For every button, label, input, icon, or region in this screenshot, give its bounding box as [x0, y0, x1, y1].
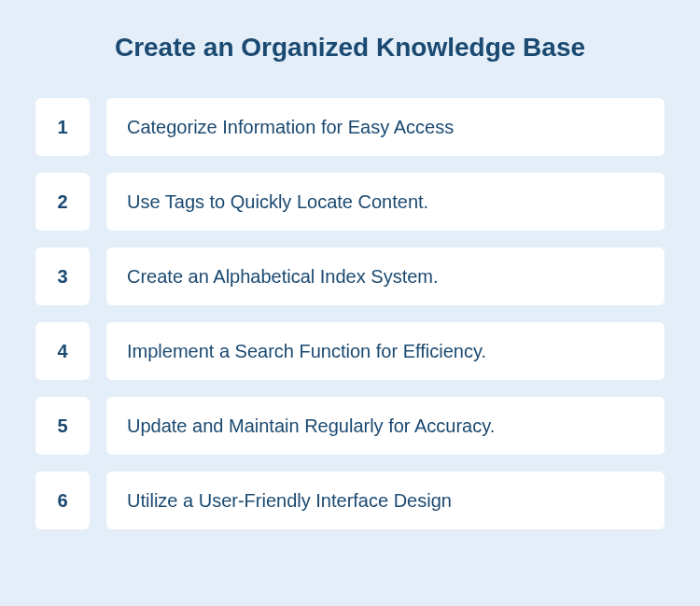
item-number: 2 — [35, 173, 90, 231]
item-text: Utilize a User-Friendly Interface Design — [106, 472, 665, 529]
list-item: 4 Implement a Search Function for Effici… — [35, 322, 665, 380]
item-number: 6 — [35, 472, 90, 529]
list-item: 2 Use Tags to Quickly Locate Content. — [35, 173, 665, 231]
item-number: 5 — [35, 397, 90, 455]
item-number: 1 — [35, 98, 90, 156]
item-text: Use Tags to Quickly Locate Content. — [106, 173, 665, 231]
items-list: 1 Categorize Information for Easy Access… — [35, 98, 665, 529]
list-item: 6 Utilize a User-Friendly Interface Desi… — [35, 472, 665, 529]
item-text: Categorize Information for Easy Access — [106, 98, 665, 156]
list-item: 1 Categorize Information for Easy Access — [35, 98, 665, 156]
item-text: Update and Maintain Regularly for Accura… — [106, 397, 665, 455]
list-item: 3 Create an Alphabetical Index System. — [35, 247, 665, 305]
item-text: Implement a Search Function for Efficien… — [106, 322, 665, 380]
list-item: 5 Update and Maintain Regularly for Accu… — [35, 397, 665, 455]
item-text: Create an Alphabetical Index System. — [106, 247, 665, 305]
page-title: Create an Organized Knowledge Base — [35, 33, 665, 63]
item-number: 4 — [35, 322, 90, 380]
item-number: 3 — [35, 247, 90, 305]
